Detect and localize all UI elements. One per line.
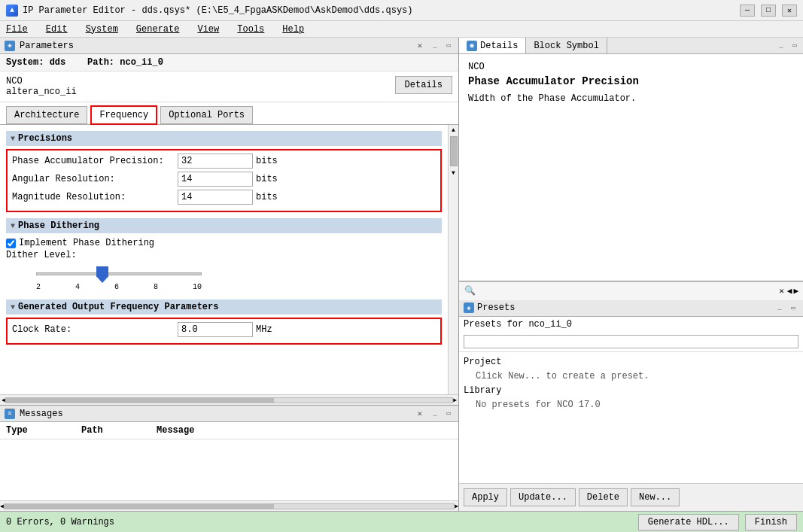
phase-acc-input[interactable] [178,154,253,169]
params-vertical-scrollbar[interactable]: ▲ ▼ [448,125,458,394]
presets-title: Presets [477,302,515,313]
messages-horizontal-scrollbar[interactable]: ◀ ▶ [0,500,458,511]
presets-panel: ◈ Presets _ ▭ Presets for nco_ii_0 Proje… [459,300,803,512]
parameters-panel: ◈ Parameters ✕ _ ▭ System: dds Path: nco… [0,38,458,406]
tree-no-presets-label: No presets for NCO 17.0 [476,400,601,410]
search-next-btn[interactable]: ▶ [793,286,798,296]
scroll-right-arrow[interactable]: ▶ [453,397,457,403]
scroll-down-arrow[interactable]: ▼ [450,168,457,178]
msg-scroll-thumb[interactable] [5,504,274,509]
presets-buttons: Apply Update... Delete New... [459,483,803,511]
menu-edit[interactable]: Edit [43,23,71,36]
component-text: NCO altera_nco_ii [6,76,395,97]
magnitude-res-input[interactable] [178,190,253,205]
dither-slider-thumb[interactable] [96,266,108,283]
tick-2: 2 [36,283,41,291]
tab-optional-ports[interactable]: Optional Ports [160,106,253,124]
window-title: IP Parameter Editor - dds.qsys* (E:\E5_4… [23,5,740,16]
messages-maximize-btn[interactable]: ▭ [443,409,454,419]
delete-button[interactable]: Delete [579,488,628,506]
clock-rate-input[interactable] [178,322,253,337]
phase-acc-label: Phase Accumulator Precision: [12,156,178,166]
tree-project-label: Project [464,357,501,367]
details-button[interactable]: Details [395,76,452,94]
tab-details[interactable]: ◉ Details [459,38,526,53]
dither-slider-track [36,272,202,275]
menu-bar: File Edit System Generate View Tools Hel… [0,21,803,38]
presets-icon: ◈ [464,302,474,313]
details-param-title: Phase Accumulator Precision [468,75,794,87]
implement-dithering-label: Implement Phase Dithering [19,238,154,248]
details-minimize-btn[interactable]: _ [776,41,786,51]
details-search-input[interactable] [476,286,776,296]
right-panel: ◉ Details Block Symbol _ ▭ NCO Phase Acc… [459,38,803,511]
menu-generate[interactable]: Generate [133,23,183,36]
menu-tools[interactable]: Tools [234,23,267,36]
precisions-header: ▼ Precisions [6,131,442,146]
magnitude-res-unit: bits [256,192,278,202]
clock-rate-label: Clock Rate: [12,324,178,335]
magnitude-res-row: Magnitude Resolution: bits [12,190,436,205]
panel-minimize-btn[interactable]: _ [430,41,440,51]
panel-maximize-btn[interactable]: ▭ [443,41,454,51]
messages-panel-header: ≡ Messages ✕ _ ▭ [0,406,458,422]
output-freq-section: ▼ Generated Output Frequency Parameters … [6,299,442,345]
menu-help[interactable]: Help [279,23,307,36]
parameters-close[interactable]: ✕ [417,41,422,50]
angular-res-input[interactable] [178,172,253,187]
menu-file[interactable]: File [3,23,31,36]
presets-for-label: Presets for nco_ii_0 [459,317,803,332]
tick-8: 8 [154,283,158,291]
angular-res-unit: bits [256,174,278,184]
generate-hdl-button[interactable]: Generate HDL... [638,514,739,530]
maximize-button[interactable]: □ [761,5,776,17]
clock-rate-unit: MHz [256,324,272,335]
presets-minimize-btn[interactable]: _ [774,302,785,313]
scroll-up-arrow[interactable]: ▲ [450,125,457,135]
scroll-thumb-vertical[interactable] [450,136,458,166]
status-text: 0 Errors, 0 Warnings [6,517,632,527]
msg-scroll-right[interactable]: ▶ [455,503,458,509]
menu-view[interactable]: View [194,23,222,36]
implement-dithering-row: Implement Phase Dithering [6,236,442,250]
tree-project: Project [464,355,798,369]
finish-button[interactable]: Finish [745,514,797,530]
tab-architecture[interactable]: Architecture [6,106,87,124]
search-prev-btn[interactable]: ◀ [787,286,792,296]
messages-body [0,439,458,500]
params-horizontal-scrollbar[interactable]: ◀ ▶ [0,394,458,405]
update-button[interactable]: Update... [510,488,576,506]
presets-search-input[interactable] [464,335,798,348]
presets-search [459,332,803,352]
path-label: Path: [87,57,114,68]
tab-frequency[interactable]: Frequency [90,105,157,125]
system-path-bar: System: dds Path: nco_ii_0 [0,54,458,71]
messages-minimize-btn[interactable]: _ [430,409,440,419]
magnitude-res-label: Magnitude Resolution: [12,192,178,202]
output-freq-arrow[interactable]: ▼ [11,303,15,312]
messages-icon: ≡ [5,409,15,419]
precisions-group: Phase Accumulator Precision: bits Angula… [6,149,442,212]
new-button[interactable]: New... [631,488,680,506]
minimize-button[interactable]: — [740,5,755,17]
details-maximize-btn[interactable]: ▭ [789,41,800,51]
dither-level-label: Dither Level: [6,250,442,260]
scroll-thumb-horizontal[interactable] [6,398,274,403]
dithering-arrow[interactable]: ▼ [11,222,15,230]
presets-maximize-btn[interactable]: ▭ [788,302,798,313]
details-description: Width of the Phase Accumulator. [468,93,794,104]
precisions-title: Precisions [18,133,72,144]
menu-system[interactable]: System [83,23,121,36]
output-freq-header: ▼ Generated Output Frequency Parameters [6,299,442,315]
messages-title: Messages [20,409,63,419]
close-button[interactable]: ✕ [782,5,797,17]
search-clear-btn[interactable]: ✕ [779,286,784,296]
tab-block-symbol[interactable]: Block Symbol [526,38,607,53]
precisions-arrow[interactable]: ▼ [11,135,15,143]
apply-button[interactable]: Apply [464,488,507,506]
tick-4: 4 [75,283,80,291]
messages-close[interactable]: ✕ [417,409,422,418]
parameters-title: Parameters [20,41,74,51]
implement-dithering-checkbox[interactable] [6,239,16,248]
messages-columns: Type Path Message [0,422,458,439]
